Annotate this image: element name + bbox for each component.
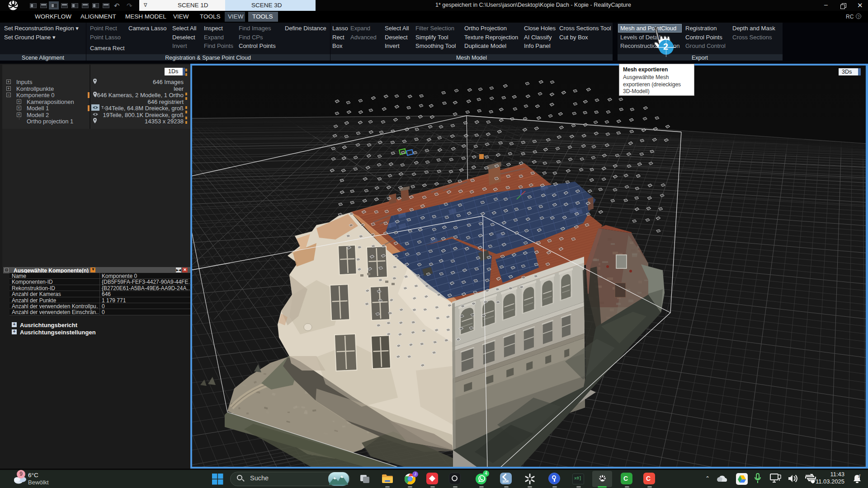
svg-text:z: z [859,474,861,477]
